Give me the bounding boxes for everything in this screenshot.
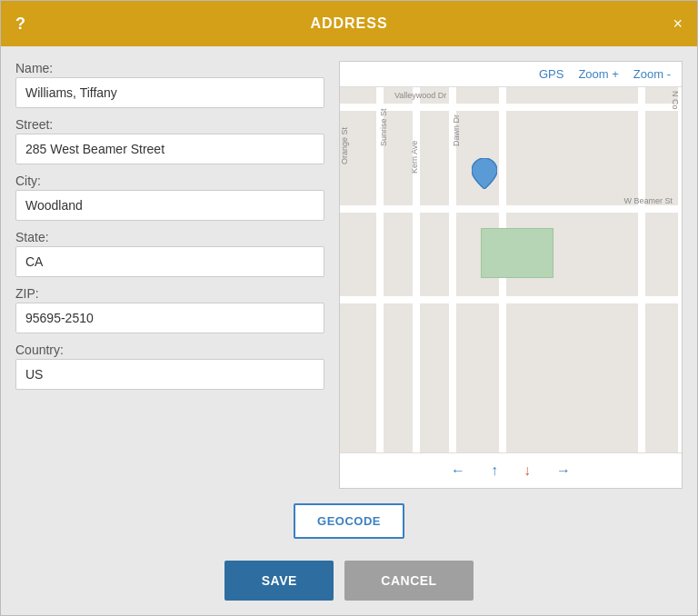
nav-down-button[interactable]: ↓ [520, 461, 534, 481]
state-input[interactable] [15, 246, 324, 277]
nav-left-button[interactable]: ← [447, 461, 469, 481]
dialog-title: ADDRESS [310, 15, 387, 32]
name-group: Name: [15, 61, 324, 108]
street-group: Street: [15, 117, 324, 164]
map-panel: GPS Zoom + Zoom - S [339, 61, 683, 489]
map-toolbar: GPS Zoom + Zoom - [340, 62, 682, 87]
street-input[interactable] [15, 134, 324, 164]
geocode-row: GEOCODE [1, 503, 697, 539]
country-label: Country: [15, 343, 324, 357]
zip-group: ZIP: [15, 286, 324, 333]
help-button[interactable]: ? [15, 15, 25, 34]
content-area: Name: Street: City: State: ZIP: Country: [1, 46, 697, 503]
state-group: State: [15, 230, 324, 277]
action-buttons: SAVE CANCEL [1, 546, 697, 615]
titlebar: ? ADDRESS × [1, 1, 697, 46]
country-group: Country: [15, 343, 324, 390]
street-label: Street: [15, 117, 324, 132]
name-input[interactable] [15, 77, 324, 108]
zoom-in-button[interactable]: Zoom + [578, 67, 618, 81]
map-view[interactable]: Sunrise St Dawn Dr Valleywood Dr W Beame… [340, 87, 682, 452]
nav-up-button[interactable]: ↑ [487, 461, 502, 481]
zip-label: ZIP: [15, 286, 324, 301]
map-background: Sunrise St Dawn Dr Valleywood Dr W Beame… [340, 87, 682, 452]
state-label: State: [15, 230, 324, 244]
country-input[interactable] [15, 359, 324, 390]
cancel-button[interactable]: CANCEL [344, 561, 473, 601]
nav-right-button[interactable]: → [553, 461, 574, 481]
address-dialog: ? ADDRESS × Name: Street: City: State: [0, 0, 698, 616]
save-button[interactable]: SAVE [224, 561, 334, 601]
form-panel: Name: Street: City: State: ZIP: Country: [15, 61, 324, 489]
city-input[interactable] [15, 190, 324, 221]
map-block [481, 228, 553, 278]
city-group: City: [15, 174, 324, 221]
close-button[interactable]: × [673, 15, 683, 34]
zoom-out-button[interactable]: Zoom - [633, 67, 671, 81]
map-pin [472, 158, 497, 189]
gps-button[interactable]: GPS [539, 67, 563, 81]
geocode-button[interactable]: GEOCODE [294, 503, 404, 539]
name-label: Name: [15, 61, 324, 75]
zip-input[interactable] [15, 303, 324, 333]
map-navigation: ← ↑ ↓ → [340, 452, 682, 488]
city-label: City: [15, 174, 324, 188]
